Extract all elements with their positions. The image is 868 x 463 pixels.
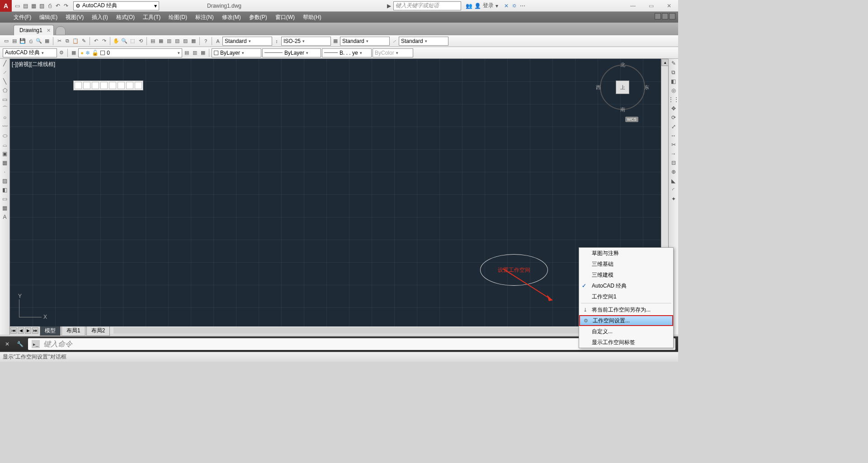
- ws-settings[interactable]: ⚙工作空间设置...: [579, 315, 673, 326]
- polygon-icon[interactable]: ⬠: [1, 87, 9, 94]
- exchange-x-icon[interactable]: ✕: [503, 2, 510, 9]
- view-icon-3[interactable]: [92, 82, 99, 89]
- cut-icon[interactable]: ✂: [56, 38, 63, 45]
- mlstyle-icon[interactable]: ⟋: [391, 38, 398, 45]
- qat-new-icon[interactable]: ▭: [14, 2, 21, 9]
- app-icon[interactable]: A: [0, 0, 12, 12]
- menu-edit[interactable]: 编辑(E): [39, 14, 57, 21]
- mdi-min[interactable]: [655, 13, 661, 19]
- wcs-badge[interactable]: WCS: [625, 117, 638, 122]
- cmd-close-icon[interactable]: ✕: [3, 340, 12, 349]
- qat-undo-icon[interactable]: ↶: [54, 2, 61, 9]
- hatch-icon[interactable]: ▨: [1, 177, 9, 184]
- color-combo[interactable]: ByLayer▾: [212, 48, 261, 57]
- view-icon-1[interactable]: [75, 82, 82, 89]
- fillet-icon[interactable]: ◜: [670, 186, 677, 194]
- mirror-icon[interactable]: ◧: [670, 78, 677, 85]
- join-icon[interactable]: ⊕: [670, 168, 677, 175]
- ws-item-ws1[interactable]: 工作空间1: [579, 291, 673, 302]
- dimstyle-icon[interactable]: ↕: [273, 38, 280, 45]
- calc-icon[interactable]: ▩: [190, 38, 197, 45]
- array-icon[interactable]: ⋮⋮: [670, 96, 677, 103]
- ws-item-3dmodel[interactable]: 三维建模: [579, 269, 673, 280]
- view-icon-4[interactable]: [100, 82, 108, 89]
- mtext-icon[interactable]: A: [1, 213, 9, 221]
- menu-param[interactable]: 参数(P): [249, 14, 267, 21]
- tab-first-icon[interactable]: ⏮: [10, 327, 17, 334]
- viewcube-top[interactable]: 上: [616, 80, 629, 94]
- sheet-layout2[interactable]: 布局2: [86, 326, 110, 336]
- close-tab-icon[interactable]: ✕: [47, 28, 51, 33]
- close-button[interactable]: ✕: [660, 1, 678, 10]
- zoom-window-icon[interactable]: ⬚: [129, 38, 136, 45]
- sheet-layout1[interactable]: 布局1: [61, 326, 85, 336]
- insert-icon[interactable]: ▣: [1, 150, 9, 157]
- lineweight-combo[interactable]: B. . . ye▾: [322, 48, 372, 57]
- circle-icon[interactable]: ○: [1, 114, 9, 121]
- open-icon[interactable]: ▤: [11, 38, 18, 45]
- mlstyle-combo[interactable]: Standard▾: [399, 37, 448, 46]
- table-icon[interactable]: ▦: [1, 204, 9, 212]
- layer-combo[interactable]: ● ❄ 🔓 0 ▾: [78, 48, 182, 57]
- menu-file[interactable]: 文件(F): [14, 14, 31, 21]
- mdi-close[interactable]: [669, 13, 675, 19]
- new-tab-button[interactable]: [56, 26, 66, 35]
- more-icon[interactable]: ⋯: [519, 2, 526, 9]
- help-icon[interactable]: ?: [202, 38, 209, 45]
- play-icon[interactable]: ▶: [385, 2, 392, 9]
- cloud-icon[interactable]: ⛭: [511, 2, 518, 9]
- layer-props-icon[interactable]: ▦: [70, 49, 77, 57]
- menu-window[interactable]: 窗口(W): [275, 14, 295, 21]
- chamfer-icon[interactable]: ◣: [670, 177, 677, 184]
- new-icon[interactable]: ▭: [3, 38, 10, 45]
- menu-help[interactable]: 帮助(H): [303, 14, 321, 21]
- floating-view-toolbar[interactable]: [73, 80, 143, 90]
- redo-icon[interactable]: ↷: [100, 38, 108, 45]
- view-icon-7[interactable]: [126, 82, 133, 89]
- view-icon-2[interactable]: [83, 82, 90, 89]
- qat-save-icon[interactable]: ▦: [30, 2, 37, 9]
- ellipse-icon[interactable]: ⬭: [1, 132, 9, 139]
- move-icon[interactable]: ✥: [670, 105, 677, 112]
- view-icon-6[interactable]: [118, 82, 125, 89]
- menu-draw[interactable]: 绘图(D): [169, 14, 187, 21]
- viewport-label[interactable]: [-][俯视][二维线框]: [12, 61, 55, 68]
- spline-icon[interactable]: 〰: [1, 123, 9, 130]
- maximize-button[interactable]: ▭: [642, 1, 660, 10]
- tab-drawing1[interactable]: Drawing1 ✕: [14, 25, 54, 35]
- viewcube-west[interactable]: 西: [596, 84, 601, 91]
- ws-item-sketch[interactable]: 草图与注释: [579, 248, 673, 259]
- properties-icon[interactable]: ▤: [149, 38, 156, 45]
- workspace-combo[interactable]: AutoCAD 经典▾: [3, 48, 57, 57]
- trim-icon[interactable]: ✂: [670, 141, 677, 148]
- menu-tools[interactable]: 工具(T): [143, 14, 160, 21]
- viewcube[interactable]: 北 南 西 东 上: [598, 62, 647, 112]
- layer-match-icon[interactable]: ▤: [183, 49, 190, 57]
- dimstyle-combo[interactable]: ISO-25▾: [281, 37, 331, 46]
- print-icon[interactable]: ⎙: [27, 38, 34, 45]
- ws-saveas[interactable]: ⤓将当前工作空间另存为...: [579, 304, 673, 315]
- copy-icon[interactable]: ⧉: [64, 38, 71, 45]
- zoom-prev-icon[interactable]: ⟲: [137, 38, 144, 45]
- ws-custom[interactable]: 自定义...: [579, 326, 673, 337]
- ws-item-classic[interactable]: ✓AutoCAD 经典: [579, 280, 673, 291]
- textstyle-icon[interactable]: A: [214, 38, 222, 45]
- layer-prev-icon[interactable]: ▥: [191, 49, 198, 57]
- extend-icon[interactable]: →: [670, 150, 677, 157]
- tab-prev-icon[interactable]: ◀: [18, 327, 24, 334]
- menu-insert[interactable]: 插入(I): [92, 14, 108, 21]
- ellipse-arc-icon[interactable]: ⌓: [1, 141, 9, 148]
- ws-gear-icon[interactable]: ⚙: [58, 49, 65, 57]
- region-icon[interactable]: ▭: [1, 195, 9, 203]
- copy2-icon[interactable]: ⧉: [670, 69, 677, 76]
- dcenter-icon[interactable]: ▦: [157, 38, 165, 45]
- plotstyle-combo[interactable]: ByColor▾: [373, 48, 413, 57]
- arc-icon[interactable]: ⌒: [1, 105, 9, 112]
- scale-icon[interactable]: ⤢: [670, 123, 677, 130]
- view-icon-8[interactable]: [135, 82, 142, 89]
- ws-item-3dbasic[interactable]: 三维基础: [579, 259, 673, 269]
- pan-icon[interactable]: ✋: [113, 38, 120, 45]
- tool-palette-icon[interactable]: ▥: [165, 38, 173, 45]
- qat-redo-icon[interactable]: ↷: [62, 2, 70, 9]
- block-icon[interactable]: ▦: [1, 159, 9, 166]
